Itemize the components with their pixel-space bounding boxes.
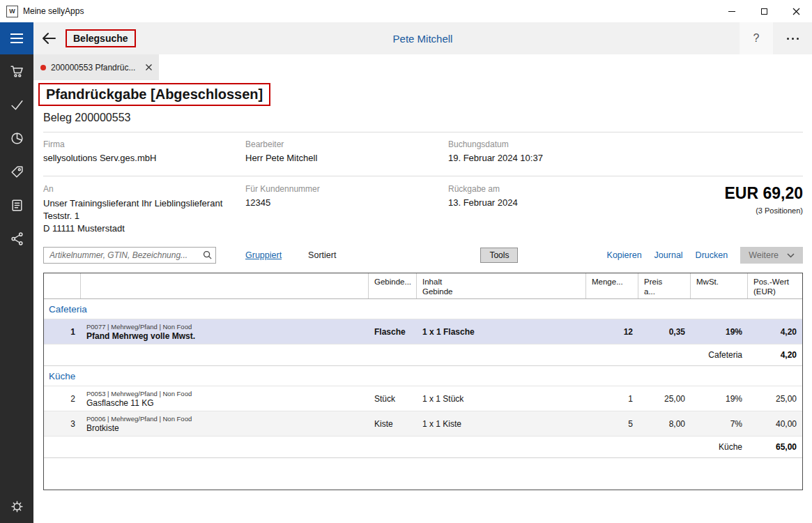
group-header-cafeteria: Cafeteria <box>44 299 802 319</box>
tab-close-icon[interactable] <box>146 64 152 70</box>
share-icon[interactable] <box>0 222 33 255</box>
page-title: Belegsuche <box>73 33 128 44</box>
user-name[interactable]: Pete Mitchell <box>393 33 453 45</box>
group-name: Küche <box>44 366 802 386</box>
row-description: P0077 | Mehrweg/Pfand | Non Food Pfand M… <box>81 323 369 341</box>
col-preis[interactable]: Preisa... <box>638 273 691 298</box>
article-meta: P0077 | Mehrweg/Pfand | Non Food <box>86 323 363 331</box>
article-name: Brotkiste <box>86 424 363 433</box>
cell-mwst: 7% <box>691 419 748 429</box>
tab-strip: 200000553 Pfandrüc... <box>33 54 812 80</box>
minimize-button[interactable] <box>716 0 748 22</box>
subtotal-value: 65,00 <box>748 442 802 452</box>
cell-wert: 40,00 <box>748 419 802 429</box>
cell-menge: 12 <box>586 327 638 337</box>
tools-button[interactable]: Tools <box>480 248 518 263</box>
item-toolbar: Gruppiert Sortiert Tools Kopieren Journa… <box>43 246 803 264</box>
cell-inhalt: 1 x 1 Flasche <box>417 327 586 337</box>
row-description: P0006 | Mehrweg/Pfand | Non Food Brotkis… <box>81 415 369 433</box>
titlebar: W Meine sellyApps <box>0 0 812 22</box>
group-subtotal-kueche: Küche 65,00 <box>44 437 802 458</box>
main-area: Belegsuche Pete Mitchell ? 200000553 Pfa… <box>33 22 812 523</box>
cart-icon[interactable] <box>0 54 33 88</box>
journal-link[interactable]: Journal <box>654 250 683 260</box>
subtotal-label: Cafeteria <box>691 350 748 360</box>
cell-mwst: 19% <box>691 394 748 404</box>
col-gebinde[interactable]: Gebinde... <box>369 273 417 298</box>
document-title: Pfandrückgabe [Abgeschlossen] <box>46 86 263 103</box>
col-wert[interactable]: Pos.-Wert(EUR) <box>748 273 802 298</box>
maximize-button[interactable] <box>748 0 780 22</box>
copy-link[interactable]: Kopieren <box>607 250 642 260</box>
an-label: An <box>43 184 245 194</box>
buchungsdatum-value: 19. Februar 2024 10:37 <box>448 153 803 163</box>
row-position: 1 <box>44 327 81 337</box>
col-pos[interactable] <box>44 273 81 298</box>
cell-gebinde: Stück <box>369 394 417 404</box>
cell-wert: 4,20 <box>748 327 802 337</box>
gear-icon[interactable] <box>0 490 33 523</box>
table-row[interactable]: 1 P0077 | Mehrweg/Pfand | Non Food Pfand… <box>44 319 802 344</box>
article-name: Pfand Mehrweg volle Mwst. <box>86 332 363 341</box>
back-button[interactable] <box>33 22 64 54</box>
rueckgabe-value: 13. Februar 2024 <box>448 197 657 208</box>
checkmark-icon[interactable] <box>0 88 33 121</box>
recipient-line: D 11111 Musterstadt <box>43 222 245 235</box>
cell-gebinde: Kiste <box>369 419 417 429</box>
cell-preis: 8,00 <box>638 419 691 429</box>
search-icon[interactable] <box>202 250 213 263</box>
cell-menge: 1 <box>586 394 638 404</box>
table-row[interactable]: 2 P0053 | Mehrweg/Pfand | Non Food Gasfl… <box>44 386 802 411</box>
recipient-line: Teststr. 1 <box>43 210 245 222</box>
document-content: Pfandrückgabe [Abgeschlossen] Beleg 2000… <box>33 80 812 523</box>
cell-wert: 25,00 <box>748 394 802 404</box>
row-position: 2 <box>44 394 81 404</box>
kundennummer-value: 12345 <box>245 197 448 208</box>
grouped-toggle[interactable]: Gruppiert <box>245 250 282 260</box>
col-mwst[interactable]: MwSt. <box>691 273 748 298</box>
meta-row-1: Firma sellysolutions Serv.ges.mbH Bearbe… <box>43 132 803 169</box>
row-position: 3 <box>44 419 81 429</box>
price-tag-icon[interactable] <box>0 155 33 188</box>
search-input[interactable] <box>43 247 216 264</box>
pie-chart-icon[interactable] <box>0 121 33 155</box>
col-description[interactable] <box>81 273 369 298</box>
firma-label: Firma <box>43 139 245 149</box>
table-empty-space <box>44 458 802 490</box>
help-button[interactable]: ? <box>740 22 773 54</box>
doc-title-annotation-box: Pfandrückgabe [Abgeschlossen] <box>38 83 270 106</box>
cell-mwst: 19% <box>691 327 748 337</box>
group-name: Cafeteria <box>44 299 802 319</box>
article-name: Gasflasche 11 KG <box>86 399 363 408</box>
cell-gebinde: Flasche <box>369 327 417 337</box>
app-logo-icon: W <box>6 6 18 17</box>
more-options-icon[interactable] <box>773 22 812 54</box>
document-tab[interactable]: 200000553 Pfandrüc... <box>33 54 159 80</box>
cell-preis: 0,35 <box>638 327 691 337</box>
kundennummer-label: Für Kundennummer <box>245 184 448 194</box>
group-header-kueche: Küche <box>44 366 802 386</box>
more-actions-button[interactable]: Weitere <box>740 247 803 264</box>
sidebar <box>0 22 33 523</box>
meta-row-2: An Unser Trainingslieferant Ihr Liebling… <box>43 176 803 235</box>
close-button[interactable] <box>780 0 812 22</box>
buchungsdatum-label: Buchungsdatum <box>448 139 803 149</box>
position-count: (3 Positionen) <box>657 206 803 215</box>
table-header-row: Gebinde... InhaltGebinde Menge... Preisa… <box>44 273 802 299</box>
row-description: P0053 | Mehrweg/Pfand | Non Food Gasflas… <box>81 390 369 408</box>
col-menge[interactable]: Menge... <box>586 273 638 298</box>
col-inhalt[interactable]: InhaltGebinde <box>417 273 586 298</box>
cell-inhalt: 1 x 1 Kiste <box>417 419 586 429</box>
article-meta: P0006 | Mehrweg/Pfand | Non Food <box>86 415 363 423</box>
hamburger-menu-icon[interactable] <box>0 22 33 54</box>
print-link[interactable]: Drucken <box>696 250 728 260</box>
window-controls <box>716 0 812 22</box>
journal-icon[interactable] <box>0 188 33 222</box>
group-subtotal-cafeteria: Cafeteria 4,20 <box>44 344 802 366</box>
recipient-line: Unser Trainingslieferant Ihr Lieblingsli… <box>43 197 245 210</box>
cell-preis: 25,00 <box>638 394 691 404</box>
window-title: Meine sellyApps <box>23 6 84 16</box>
table-row[interactable]: 3 P0006 | Mehrweg/Pfand | Non Food Brotk… <box>44 411 802 437</box>
total-amount: EUR 69,20 <box>657 184 803 202</box>
sorted-toggle[interactable]: Sortiert <box>308 250 336 260</box>
